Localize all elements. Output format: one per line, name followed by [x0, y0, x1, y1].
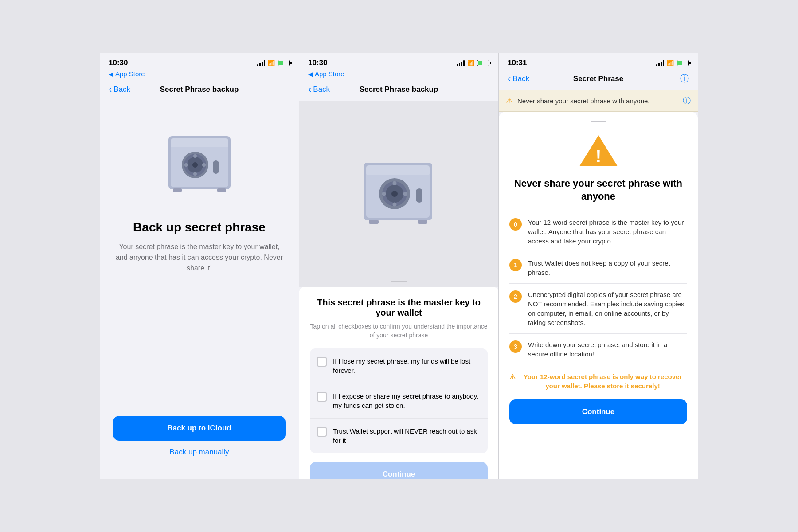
status-icons-3: 📶 — [656, 60, 689, 66]
svg-rect-25 — [369, 220, 379, 224]
app-store-label-1[interactable]: App Store — [115, 70, 145, 78]
signal-icon-2 — [457, 60, 465, 66]
info-item-0: 0 Your 12-word secret phrase is the mast… — [509, 211, 687, 252]
modal-sheet: ! Never share your secret phrase with an… — [499, 112, 698, 479]
info-text-1: Trust Wallet does not keep a copy of you… — [528, 258, 687, 277]
screen2-top-area — [299, 101, 498, 287]
status-icons-1: 📶 — [257, 60, 290, 66]
back-chevron-1: ‹ — [109, 84, 112, 95]
signal-icon-3 — [656, 60, 664, 66]
warning-banner-text: Never share your secret phrase with anyo… — [517, 97, 678, 105]
safe-illustration-1 — [160, 123, 239, 203]
back-chevron-3: ‹ — [508, 73, 511, 85]
wifi-icon-1: 📶 — [268, 60, 275, 66]
status-time-1: 10:30 — [109, 59, 128, 67]
nav-title-2: Secret Phrase backup — [360, 85, 438, 94]
nav-bar-3: ‹ Back Secret Phrase ⓘ — [499, 69, 698, 90]
continue-button-2[interactable]: Continue — [310, 462, 488, 479]
main-title-1: Back up secret phrase — [133, 220, 266, 235]
warning-footer-icon: ⚠ — [509, 372, 516, 382]
battery-icon-3 — [677, 60, 689, 66]
status-time-2: 10:30 — [308, 59, 327, 67]
svg-point-8 — [202, 163, 206, 167]
info-badge-1: 1 — [509, 259, 522, 271]
info-text-2: Unencrypted digital copies of your secre… — [528, 290, 687, 327]
screen-2: 10:30 📶 ◀ App Store ‹ Back Secret Phrase… — [299, 53, 499, 479]
svg-point-9 — [192, 162, 198, 168]
back-chevron-2: ‹ — [308, 84, 311, 95]
checkbox-item-0[interactable]: If I lose my secret phrase, my funds wil… — [310, 348, 488, 383]
info-icon-banner[interactable]: ⓘ — [683, 95, 691, 106]
svg-rect-12 — [217, 188, 226, 192]
modal-title: Never share your secret phrase with anyo… — [509, 177, 687, 203]
checkbox-text-2: Trust Wallet support will NEVER reach ou… — [333, 426, 481, 445]
checkbox-list: If I lose my secret phrase, my funds wil… — [310, 348, 488, 453]
warning-triangle-icon: ! — [579, 133, 618, 168]
status-icons-2: 📶 — [457, 60, 489, 66]
back-label-1: Back — [113, 85, 130, 94]
wifi-icon-2: 📶 — [467, 60, 474, 66]
info-text-3: Write down your secret phrase, and store… — [528, 340, 687, 359]
info-button-3[interactable]: ⓘ — [680, 73, 689, 85]
nav-title-1: Secret Phrase backup — [160, 85, 239, 94]
status-bar-2: 10:30 📶 — [299, 53, 498, 69]
sheet-title-2: This secret phrase is the master key to … — [310, 297, 488, 318]
status-time-3: 10:31 — [508, 59, 527, 67]
back-label-3: Back — [512, 74, 529, 83]
svg-point-23 — [391, 191, 398, 197]
info-badge-3: 3 — [509, 340, 522, 353]
nav-bar-2: ‹ Back Secret Phrase backup — [299, 80, 498, 101]
main-subtitle-1: Your secret phrase is the master key to … — [113, 242, 286, 274]
svg-rect-10 — [213, 160, 219, 174]
app-store-label-2[interactable]: App Store — [315, 70, 344, 78]
checkbox-item-2[interactable]: Trust Wallet support will NEVER reach ou… — [310, 419, 488, 453]
svg-rect-27 — [366, 165, 430, 175]
svg-point-19 — [392, 181, 396, 185]
wifi-icon-3: 📶 — [667, 60, 674, 66]
info-item-3: 3 Write down your secret phrase, and sto… — [509, 334, 687, 365]
svg-rect-26 — [418, 220, 427, 224]
info-item-2: 2 Unencrypted digital copies of your sec… — [509, 284, 687, 334]
warning-icon-banner: ⚠ — [506, 96, 513, 106]
continue-button-3[interactable]: Continue — [509, 399, 687, 424]
screen2-sheet: This secret phrase is the master key to … — [299, 287, 498, 479]
back-button-3[interactable]: ‹ Back — [508, 73, 534, 85]
back-chevron-small-2: ◀ — [308, 70, 313, 78]
back-button-1[interactable]: ‹ Back — [109, 84, 135, 95]
app-store-bar-1: ◀ App Store — [100, 69, 299, 80]
svg-point-6 — [193, 172, 197, 176]
back-button-2[interactable]: ‹ Back — [308, 84, 335, 95]
checkbox-0[interactable] — [317, 357, 327, 367]
back-chevron-small-1: ◀ — [109, 70, 113, 78]
svg-text:!: ! — [595, 146, 601, 166]
checkbox-text-1: If I expose or share my secret phrase to… — [333, 391, 481, 410]
manual-backup-button[interactable]: Back up manually — [169, 448, 229, 457]
app-store-bar-2: ◀ App Store — [299, 69, 498, 80]
info-text-0: Your 12-word secret phrase is the master… — [528, 218, 687, 246]
svg-rect-24 — [416, 188, 422, 203]
info-badge-0: 0 — [509, 218, 522, 231]
battery-icon-1 — [278, 60, 290, 66]
safe-illustration-2 — [355, 149, 443, 238]
drag-handle-3 — [591, 121, 606, 122]
checkbox-2[interactable] — [317, 427, 327, 437]
svg-point-22 — [403, 192, 407, 196]
status-bar-1: 10:30 📶 — [100, 53, 299, 69]
warning-banner: ⚠ Never share your secret phrase with an… — [499, 90, 698, 112]
svg-point-5 — [193, 154, 197, 158]
sheet-subtitle-2: Tap on all checkboxes to confirm you und… — [310, 322, 488, 340]
signal-icon-1 — [257, 60, 265, 66]
status-bar-3: 10:31 📶 — [499, 53, 698, 69]
battery-icon-2 — [477, 60, 489, 66]
info-item-1: 1 Trust Wallet does not keep a copy of y… — [509, 252, 687, 284]
svg-point-7 — [184, 163, 188, 167]
drag-handle-2 — [391, 281, 407, 282]
svg-rect-13 — [171, 138, 228, 147]
checkbox-1[interactable] — [317, 392, 327, 402]
info-badge-2: 2 — [509, 290, 522, 303]
icloud-backup-button[interactable]: Back up to iCloud — [113, 416, 286, 441]
screen-3: 10:31 📶 ‹ Back Secret Phrase ⓘ ⚠ Never s… — [499, 53, 698, 479]
screen1-content: Back up secret phrase Your secret phrase… — [100, 101, 299, 479]
checkbox-item-1[interactable]: If I expose or share my secret phrase to… — [310, 383, 488, 419]
warning-footer: ⚠ Your 12-word secret phrase is only way… — [509, 372, 687, 391]
